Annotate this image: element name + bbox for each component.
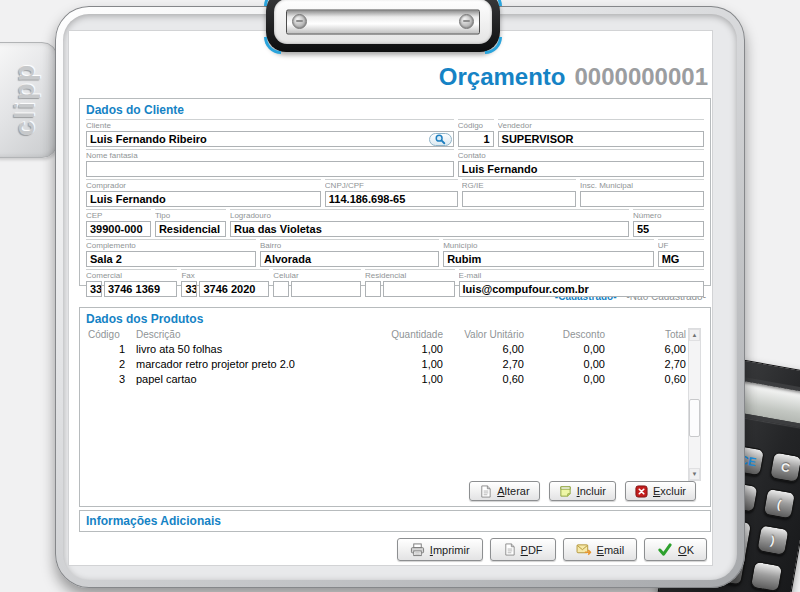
residencial-numero-input[interactable]	[383, 281, 455, 297]
cell-quantidade: 1,00	[362, 343, 443, 355]
scrollbar-thumb[interactable]	[689, 399, 700, 437]
logradouro-label: Logradouro	[230, 211, 629, 220]
logradouro-input[interactable]: Rua das Violetas	[230, 221, 629, 237]
cell-valor-unitario: 0,60	[443, 373, 524, 385]
clip-plate	[274, 0, 492, 44]
table-row[interactable]: 1 livro ata 50 folhas 1,00 6,00 0,00 6,0…	[86, 341, 686, 356]
bairro-label: Bairro	[260, 241, 439, 250]
email-button[interactable]: Email	[563, 538, 638, 561]
scroll-up-icon[interactable]: ▲	[689, 329, 700, 341]
field-insc-municipal: Insc. Municipal	[580, 179, 704, 207]
printer-icon	[410, 543, 425, 557]
cep-input[interactable]: 39900-000	[86, 221, 151, 237]
cep-label: CEP	[86, 211, 151, 220]
nome-fantasia-label: Nome fantasia	[86, 151, 454, 160]
field-celular: Celular	[273, 269, 361, 297]
residencial-ddd-input[interactable]	[365, 281, 381, 297]
complemento-input[interactable]: Sala 2	[86, 251, 256, 267]
rg-ie-input[interactable]	[462, 191, 576, 207]
field-vendedor: Vendedor SUPERVISOR	[498, 119, 704, 147]
incluir-button[interactable]: Incluir	[549, 481, 616, 501]
field-residencial: Residencial	[365, 269, 455, 297]
cell-desconto: 0,00	[524, 373, 605, 385]
field-email: E-mail luis@compufour.com.br	[459, 269, 704, 297]
pdf-document-icon	[503, 543, 516, 556]
celular-ddd-input[interactable]	[273, 281, 289, 297]
page-content: Orçamento 0000000001 Dados do Cliente Cl…	[79, 57, 711, 559]
new-note-icon	[559, 485, 572, 498]
document-page: Orçamento 0000000001 Dados do Cliente Cl…	[68, 30, 713, 566]
email-label: E-mail	[459, 271, 704, 280]
products-section-title: Dados dos Produtos	[86, 312, 704, 326]
fax-ddd-input[interactable]: 33	[181, 281, 197, 297]
vendedor-input[interactable]: SUPERVISOR	[498, 131, 704, 147]
comprador-label: Comprador	[86, 181, 321, 190]
screw-icon	[459, 14, 474, 29]
cnpj-cpf-input[interactable]: 114.186.698-65	[325, 191, 458, 207]
products-header-row: Código Descrição Quantidade Valor Unitár…	[86, 328, 686, 341]
comercial-label: Comercial	[86, 271, 177, 280]
field-cep: CEP 39900-000	[86, 209, 151, 237]
cell-total: 6,00	[605, 343, 686, 355]
title-number: 0000000001	[575, 65, 708, 89]
calc-key-c: C	[769, 451, 800, 483]
products-panel: Dados dos Produtos Código Descrição Quan…	[79, 307, 711, 507]
complemento-label: Complemento	[86, 241, 256, 250]
col-desconto: Desconto	[524, 329, 605, 340]
field-codigo: Código 1	[458, 119, 494, 147]
ok-button[interactable]: OK	[644, 538, 707, 561]
scroll-down-icon[interactable]: ▼	[689, 468, 700, 480]
additional-section-title: Informações Adicionais	[86, 514, 704, 528]
cell-descricao: livro ata 50 folhas	[130, 343, 362, 355]
comercial-numero-input[interactable]: 3746 1369	[104, 281, 177, 297]
cliente-input[interactable]: Luis Fernando Ribeiro	[86, 131, 454, 147]
products-buttons-row: Alterar Incluir Excluir	[86, 481, 704, 501]
uf-label: UF	[658, 241, 704, 250]
vendedor-label: Vendedor	[498, 121, 704, 130]
cell-desconto: 0,00	[524, 343, 605, 355]
client-row-2: Nome fantasia Contato Luis Fernando	[86, 149, 704, 177]
field-comercial: Comercial 33 3746 1369	[86, 269, 177, 297]
table-row[interactable]: 2 marcador retro projetor preto 2.0 1,00…	[86, 356, 686, 371]
clipboard-inner-frame: Orçamento 0000000001 Dados do Cliente Cl…	[63, 14, 737, 580]
municipio-input[interactable]: Rubim	[443, 251, 654, 267]
field-numero: Número 55	[633, 209, 704, 237]
alterar-button[interactable]: Alterar	[469, 481, 539, 501]
cell-desconto: 0,00	[524, 358, 605, 370]
client-row-5: Complemento Sala 2 Bairro Alvorada Munic…	[86, 239, 704, 267]
client-row-1: Cliente Luis Fernando Ribeiro Código	[86, 119, 704, 147]
tipo-label: Tipo	[155, 211, 226, 220]
comercial-ddd-input[interactable]: 33	[86, 281, 102, 297]
clipp-logo: clipp	[10, 63, 41, 136]
additional-info-panel[interactable]: Informações Adicionais	[79, 510, 711, 532]
pdf-button[interactable]: PDF	[490, 538, 556, 561]
client-search-button[interactable]	[429, 133, 452, 146]
numero-input[interactable]: 55	[633, 221, 704, 237]
table-row[interactable]: 3 papel cartao 1,00 0,60 0,00 0,60	[86, 371, 686, 386]
cell-codigo: 3	[86, 373, 130, 385]
delete-icon	[635, 485, 648, 498]
excluir-button[interactable]: Excluir	[625, 481, 696, 501]
fax-numero-input[interactable]: 3746 2020	[199, 281, 269, 297]
bairro-input[interactable]: Alvorada	[260, 251, 439, 267]
residencial-label: Residencial	[365, 271, 455, 280]
field-logradouro: Logradouro Rua das Violetas	[230, 209, 629, 237]
uf-input[interactable]: MG	[658, 251, 704, 267]
cell-codigo: 1	[86, 343, 130, 355]
codigo-input[interactable]: 1	[458, 131, 494, 147]
col-valor-unitario: Valor Unitário	[443, 329, 524, 340]
products-scrollbar[interactable]: ▲ ▼	[688, 328, 701, 481]
email-input[interactable]: luis@compufour.com.br	[459, 281, 704, 297]
tipo-input[interactable]: Residencial	[155, 221, 226, 237]
nome-fantasia-input[interactable]	[86, 161, 454, 177]
celular-label: Celular	[273, 271, 361, 280]
comprador-input[interactable]: Luis Fernando	[86, 191, 321, 207]
municipio-label: Município	[443, 241, 654, 250]
imprimir-button[interactable]: Imprimir	[397, 538, 483, 561]
insc-municipal-input[interactable]	[580, 191, 704, 207]
contato-input[interactable]: Luis Fernando	[458, 161, 704, 177]
celular-numero-input[interactable]	[291, 281, 361, 297]
client-row-3: Comprador Luis Fernando CNPJ/CPF 114.186…	[86, 179, 704, 207]
field-cliente: Cliente Luis Fernando Ribeiro	[86, 119, 454, 147]
field-contato: Contato Luis Fernando	[458, 149, 704, 177]
